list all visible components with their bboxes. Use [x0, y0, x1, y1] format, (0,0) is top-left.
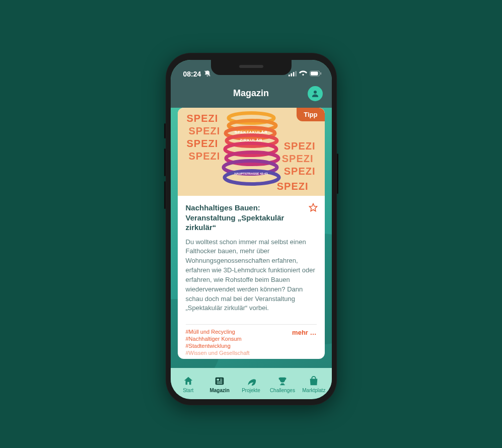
mute-icon: [204, 70, 211, 79]
article-card[interactable]: SPEZI SPEZI SPEZI SPEZI SPEZI SPEZI SPEZ…: [178, 108, 325, 359]
article-body: Nachhaltiges Bauen: Veranstaltung „Spekt…: [178, 196, 325, 318]
nav-start[interactable]: Start: [173, 376, 204, 393]
svg-marker-17: [309, 204, 317, 211]
power-button: [337, 154, 338, 194]
screen: 08:24 Magazin: [171, 60, 332, 399]
more-link[interactable]: mehr …: [292, 329, 316, 336]
nav-label: Challenges: [270, 388, 295, 393]
tag-list: #Müll und Recycling #Nachhaltiger Konsum…: [186, 329, 250, 356]
divider: [186, 324, 317, 325]
svg-rect-18: [216, 377, 224, 385]
leaf-icon: [246, 376, 257, 387]
content-area: SPEZI SPEZI SPEZI SPEZI SPEZI SPEZI SPEZ…: [171, 108, 332, 368]
nav-challenges[interactable]: Challenges: [267, 376, 298, 393]
tip-badge: Tipp: [297, 108, 324, 121]
volume-button: [164, 123, 166, 138]
favorite-button[interactable]: [309, 203, 318, 214]
svg-point-8: [314, 91, 317, 94]
svg-rect-6: [310, 71, 318, 75]
svg-rect-4: [295, 71, 297, 77]
tag[interactable]: #Nachhaltiger Konsum: [186, 336, 250, 342]
trophy-icon: [277, 376, 288, 387]
poster-text: SPEZI: [284, 166, 316, 177]
volume-button: [164, 181, 166, 209]
wifi-icon: [299, 70, 307, 78]
volume-button: [164, 148, 166, 176]
svg-rect-22: [217, 381, 223, 382]
news-icon: [214, 376, 225, 387]
svg-rect-23: [217, 383, 223, 383]
svg-rect-3: [293, 72, 294, 77]
svg-rect-2: [291, 73, 292, 77]
notch: [211, 60, 292, 75]
tag[interactable]: #Stadtentwicklung: [186, 343, 250, 349]
poster-text: SPEZI: [187, 113, 219, 124]
poster-text: SPEZI: [282, 153, 314, 165]
nav-projekte[interactable]: Projekte: [235, 376, 266, 393]
nav-magazin[interactable]: Magazin: [204, 376, 235, 393]
bottom-nav: Start Magazin Projekte Challenges: [171, 368, 332, 399]
article-text: Du wolltest schon immer mal selbst einen…: [186, 238, 317, 314]
article-title: Nachhaltiges Bauen: Veranstaltung „Spekt…: [186, 203, 317, 233]
article-footer: #Müll und Recycling #Nachhaltiger Konsum…: [178, 329, 325, 359]
svg-rect-1: [289, 74, 290, 77]
svg-rect-20: [220, 379, 223, 379]
star-icon: [309, 203, 318, 212]
spiral-graphic: [216, 108, 286, 196]
tag[interactable]: #Wissen und Gesellschaft: [186, 350, 250, 356]
nav-label: Projekte: [242, 388, 260, 393]
battery-icon: [310, 70, 322, 78]
bag-icon: [308, 376, 319, 387]
poster-banner: ZIRKULÄR: [240, 138, 262, 142]
poster-text: SPEZI: [187, 138, 219, 150]
nav-label: Magazin: [209, 388, 229, 393]
poster-street: HAUPTSTRASSE 42-43: [234, 172, 267, 175]
app-header: Magazin: [171, 83, 332, 108]
phone-frame: 08:24 Magazin: [166, 53, 337, 405]
article-image: SPEZI SPEZI SPEZI SPEZI SPEZI SPEZI SPEZ…: [178, 108, 325, 196]
status-time: 08:24: [183, 70, 201, 78]
nav-marktplatz[interactable]: Marktplatz: [298, 376, 329, 393]
home-icon: [183, 376, 194, 387]
tag[interactable]: #Müll und Recycling: [186, 329, 250, 335]
page-title: Magazin: [233, 88, 269, 99]
nav-label: Marktplatz: [302, 388, 325, 393]
person-icon: [311, 89, 320, 98]
svg-rect-7: [320, 72, 321, 75]
svg-rect-19: [217, 379, 220, 381]
poster-text: SPEZI: [284, 140, 316, 152]
poster-banner: SPEKTAKULÄR: [235, 130, 267, 134]
svg-rect-21: [220, 380, 223, 381]
nav-label: Start: [183, 388, 193, 393]
profile-button[interactable]: [308, 86, 323, 101]
